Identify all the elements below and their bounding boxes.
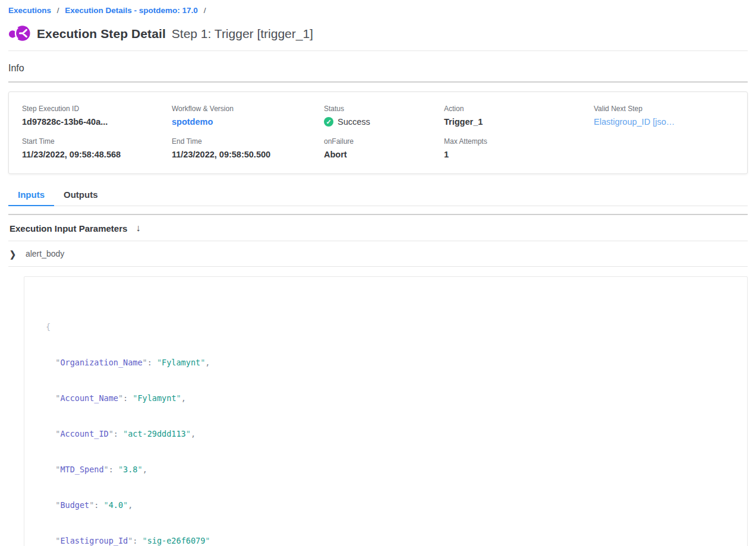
- breadcrumb-link-execution-details[interactable]: Execution Details - spotdemo: 17.0: [65, 6, 198, 15]
- json-line: MTD_Spend: 3.8,: [46, 463, 726, 475]
- field-label: Max Attempts: [444, 137, 594, 146]
- field-max-attempts: Max Attempts 1: [444, 137, 594, 159]
- workflow-link[interactable]: spotdemo: [172, 117, 324, 127]
- execution-input-parameters-header: Execution Input Parameters ↓: [8, 215, 748, 241]
- info-card: Step Execution ID 1d97828c-13b6-40a... W…: [8, 91, 748, 174]
- success-check-icon: ✓: [324, 117, 333, 127]
- field-label: Workflow & Version: [172, 105, 324, 113]
- page-header: Execution Step Detail Step 1: Trigger [t…: [8, 24, 748, 43]
- field-step-execution-id: Step Execution ID 1d97828c-13b6-40a...: [22, 105, 172, 127]
- json-line: {: [46, 321, 726, 333]
- fylamynt-logo-icon: [8, 24, 31, 43]
- info-section-title: Info: [8, 63, 748, 74]
- divider: [8, 266, 748, 267]
- field-valid-next-step: Valid Next Step Elastigroup_ID [jso…: [594, 105, 741, 127]
- tab-inputs[interactable]: Inputs: [8, 186, 54, 206]
- json-line: Account_Name: Fylamynt,: [46, 392, 726, 404]
- field-workflow-version: Workflow & Version spotdemo: [172, 105, 324, 127]
- status-badge: ✓ Success: [324, 117, 444, 127]
- field-end-time: End Time 11/23/2022, 09:58:50.500: [172, 137, 324, 159]
- breadcrumb-link-executions[interactable]: Executions: [8, 6, 51, 15]
- field-start-time: Start Time 11/23/2022, 09:58:48.568: [22, 137, 172, 159]
- divider: [8, 81, 748, 83]
- divider: [8, 51, 748, 51]
- field-label: Status: [324, 105, 444, 113]
- page-subtitle: Step 1: Trigger [trigger_1]: [172, 27, 313, 41]
- field-label: Valid Next Step: [594, 105, 741, 113]
- field-value: 11/23/2022, 09:58:50.500: [172, 150, 324, 159]
- field-label: onFailure: [324, 137, 444, 146]
- tab-outputs[interactable]: Outputs: [54, 186, 108, 206]
- page-title: Execution Step Detail: [37, 27, 166, 41]
- field-action: Action Trigger_1: [444, 105, 594, 127]
- json-line: Account_ID: act-29ddd113,: [46, 428, 726, 440]
- field-onfailure: onFailure Abort: [324, 137, 444, 159]
- field-label: Action: [444, 105, 594, 113]
- json-line: Elastigroup_Id: sig-e26f6079: [46, 535, 726, 546]
- field-status: Status ✓ Success: [324, 105, 444, 127]
- chevron-right-icon: ❯: [10, 248, 16, 258]
- breadcrumb-separator: /: [204, 6, 206, 15]
- sort-descending-icon[interactable]: ↓: [136, 223, 140, 233]
- field-value: Trigger_1: [444, 117, 594, 127]
- valid-next-step-link[interactable]: Elastigroup_ID [jso…: [594, 117, 741, 127]
- field-label: Step Execution ID: [22, 105, 172, 113]
- field-value: Abort: [324, 150, 444, 159]
- param-name: alert_body: [26, 249, 64, 258]
- field-label: Start Time: [22, 137, 172, 146]
- json-line: Organization_Name: Fylamynt,: [46, 356, 726, 368]
- alert-body-json-panel: { Organization_Name: Fylamynt, Account_N…: [24, 276, 748, 546]
- tab-bar: Inputs Outputs: [8, 186, 748, 206]
- field-value: 1d97828c-13b6-40a...: [22, 117, 172, 127]
- execution-step-detail-page: Executions / Execution Details - spotdem…: [0, 0, 756, 546]
- breadcrumb-separator: /: [57, 6, 59, 15]
- breadcrumb: Executions / Execution Details - spotdem…: [8, 0, 748, 15]
- status-text: Success: [338, 117, 370, 127]
- field-value: 1: [444, 150, 594, 159]
- field-value: 11/23/2022, 09:58:48.568: [22, 150, 172, 159]
- field-label: End Time: [172, 137, 324, 146]
- json-code-block: { Organization_Name: Fylamynt, Account_N…: [46, 297, 726, 546]
- params-title: Execution Input Parameters: [10, 223, 127, 233]
- json-line: Budget: 4.0,: [46, 499, 726, 511]
- param-section-alert-body[interactable]: ❯ alert_body: [8, 241, 748, 266]
